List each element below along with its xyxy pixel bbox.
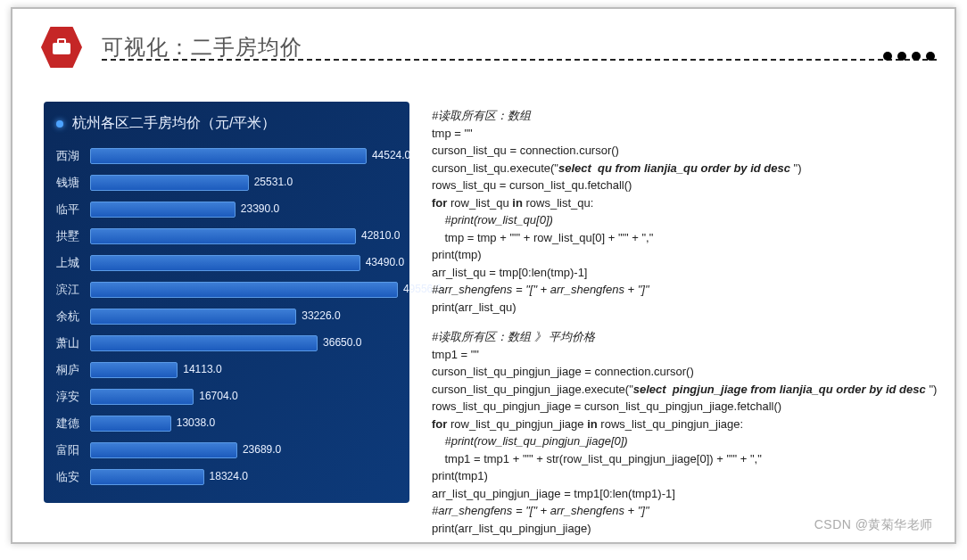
code-line: #print(row_list_qu[0]) xyxy=(432,211,931,229)
bar-label: 西湖 xyxy=(56,148,90,164)
bar-fill xyxy=(90,282,398,298)
bar-track: 25531.0 xyxy=(90,175,401,191)
bar-value: 23390.0 xyxy=(241,202,279,215)
bar-value: 33226.0 xyxy=(302,309,340,322)
code-line: curson_list_qu = connection.cursor() xyxy=(432,142,931,160)
bar-track: 18324.0 xyxy=(90,469,401,485)
bar-fill xyxy=(90,469,204,485)
code-block-2: #读取所有区：数组 》 平均价格tmp1 = ""curson_list_qu_… xyxy=(432,328,931,537)
bar-row: 滨江49556.0 xyxy=(56,279,401,300)
code-panel: #读取所有区：数组tmp = ""curson_list_qu = connec… xyxy=(432,107,931,549)
bar-value: 43490.0 xyxy=(366,256,404,268)
bar-fill xyxy=(90,442,237,458)
bar-track: 16704.0 xyxy=(90,389,401,405)
code-line: tmp = tmp + "'" + row_list_qu[0] + "'" +… xyxy=(432,229,931,247)
slide-frame: 可视化：二手房均价 杭州各区二手房均价（元/平米） 西湖44524.0钱塘255… xyxy=(11,7,956,544)
svg-rect-1 xyxy=(58,39,65,44)
separator-line xyxy=(102,59,937,61)
bar-track: 14113.0 xyxy=(90,362,401,378)
bar-row: 建德13038.0 xyxy=(56,413,401,433)
bar-track: 33226.0 xyxy=(90,309,401,325)
bar-fill xyxy=(90,389,194,405)
bar-label: 桐庐 xyxy=(56,362,90,378)
code-line: tmp = "" xyxy=(432,125,931,143)
bar-row: 上城43490.0 xyxy=(56,252,401,273)
bar-fill xyxy=(90,255,360,271)
chart-title: 杭州各区二手房均价（元/平米） xyxy=(56,114,401,133)
bar-track: 42810.0 xyxy=(90,228,401,244)
code-line: tmp1 = tmp1 + "'" + str(row_list_qu_ping… xyxy=(432,450,931,468)
bar-value: 25531.0 xyxy=(254,176,293,188)
bar-row: 淳安16704.0 xyxy=(56,386,401,407)
code-line: for row_list_qu_pingjun_jiage in rows_li… xyxy=(432,416,931,433)
code-line: arr_list_qu = tmp[0:len(tmp)-1] xyxy=(432,264,931,282)
bar-value: 23689.0 xyxy=(243,443,281,456)
bar-value: 42810.0 xyxy=(361,229,400,242)
bar-label: 临安 xyxy=(56,469,90,485)
code-line: print(tmp1) xyxy=(432,467,931,485)
bar-value: 16704.0 xyxy=(199,390,237,402)
bar-value: 44524.0 xyxy=(372,149,410,161)
code-line: print(arr_list_qu) xyxy=(432,299,931,317)
code-line: curson_list_qu_pingjun_jiage = connectio… xyxy=(432,363,931,381)
bar-value: 18324.0 xyxy=(210,470,248,482)
bar-value: 13038.0 xyxy=(177,416,215,429)
bar-row: 拱墅42810.0 xyxy=(56,226,401,246)
bar-track: 13038.0 xyxy=(90,416,401,432)
bar-track: 44524.0 xyxy=(90,148,401,164)
page-title: 可视化：二手房均价 xyxy=(102,33,302,62)
bar-label: 滨江 xyxy=(56,282,90,298)
bar-track: 49556.0 xyxy=(90,282,401,298)
code-line: rows_list_qu_pingjun_jiage = curson_list… xyxy=(432,398,931,416)
briefcase-icon xyxy=(39,25,84,70)
code-line: rows_list_qu = curson_list_qu.fetchall() xyxy=(432,177,931,194)
bar-fill xyxy=(90,202,236,218)
bar-row: 临平23390.0 xyxy=(56,199,401,219)
bar-fill xyxy=(90,362,178,378)
bar-fill xyxy=(90,148,367,164)
bar-label: 钱塘 xyxy=(56,175,90,191)
code-block-1: #读取所有区：数组tmp = ""curson_list_qu = connec… xyxy=(432,107,931,316)
chart-panel: 杭州各区二手房均价（元/平米） 西湖44524.0钱塘25531.0临平2339… xyxy=(44,102,409,503)
bar-label: 余杭 xyxy=(56,309,90,325)
bar-row: 钱塘25531.0 xyxy=(56,172,401,193)
bar-row: 萧山36650.0 xyxy=(56,333,401,353)
bar-track: 43490.0 xyxy=(90,255,401,271)
code-line: #arr_shengfens = "[" + arr_shengfens + "… xyxy=(432,281,931,299)
code-line: for row_list_qu in rows_list_qu: xyxy=(432,194,931,212)
bar-label: 建德 xyxy=(56,416,90,432)
code-line: #print(row_list_qu_pingjun_jiage[0]) xyxy=(432,432,931,450)
bar-label: 上城 xyxy=(56,255,90,271)
watermark: CSDN @黄菊华老师 xyxy=(814,517,933,533)
bar-fill xyxy=(90,309,296,325)
bar-fill xyxy=(90,335,318,351)
bar-row: 临安18324.0 xyxy=(56,466,401,487)
bar-track: 23689.0 xyxy=(90,442,401,458)
bar-row: 富阳23689.0 xyxy=(56,440,401,460)
code-line: arr_list_qu_pingjun_jiage = tmp1[0:len(t… xyxy=(432,485,931,503)
bar-fill xyxy=(90,175,249,191)
bar-label: 淳安 xyxy=(56,389,90,405)
code-line: curson_list_qu_pingjun_jiage.execute("se… xyxy=(432,381,931,399)
bar-label: 拱墅 xyxy=(56,228,90,244)
code-line: curson_list_qu.execute("select qu from l… xyxy=(432,160,931,177)
pager-dots xyxy=(883,52,935,61)
bar-label: 萧山 xyxy=(56,335,90,351)
header: 可视化：二手房均价 xyxy=(39,25,302,70)
bar-value: 36650.0 xyxy=(323,336,361,349)
bar-value: 14113.0 xyxy=(183,363,221,375)
code-line: #读取所有区：数组 xyxy=(432,107,931,125)
bar-track: 23390.0 xyxy=(90,202,401,218)
code-line: #读取所有区：数组 》 平均价格 xyxy=(432,328,931,346)
code-line: print(tmp) xyxy=(432,246,931,264)
bar-row: 桐庐14113.0 xyxy=(56,359,401,380)
bar-fill xyxy=(90,416,171,432)
code-line: tmp1 = "" xyxy=(432,346,931,364)
bar-label: 临平 xyxy=(56,202,90,218)
bar-track: 36650.0 xyxy=(90,335,401,351)
bar-row: 余杭33226.0 xyxy=(56,306,401,326)
bar-row: 西湖44524.0 xyxy=(56,145,401,166)
bar-label: 富阳 xyxy=(56,442,90,458)
bar-list: 西湖44524.0钱塘25531.0临平23390.0拱墅42810.0上城43… xyxy=(56,145,401,487)
bar-fill xyxy=(90,228,356,244)
